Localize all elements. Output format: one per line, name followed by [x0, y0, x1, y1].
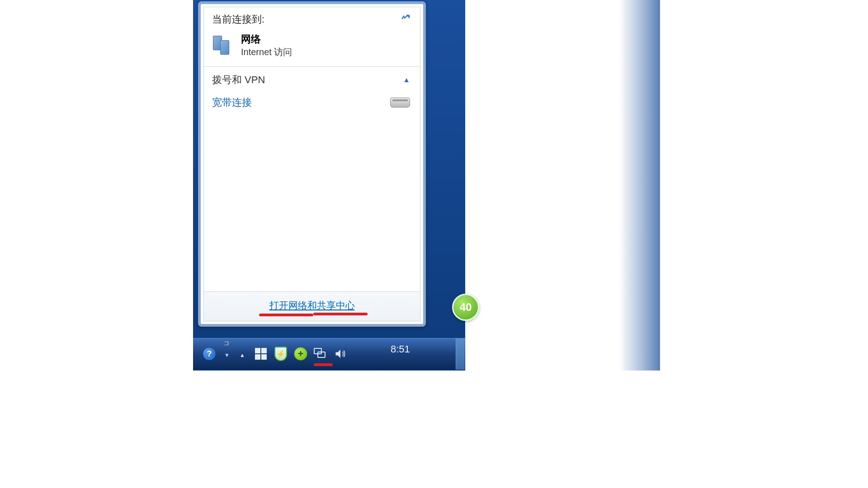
right-gradient [619, 0, 660, 371]
help-icon[interactable]: ? [203, 347, 216, 361]
header-title: 当前连接到: [212, 13, 264, 26]
connection-name: 宽带连接 [212, 96, 252, 109]
popup-footer: 打开网络和共享中心 [204, 291, 420, 321]
tray-dropdown-icon[interactable]: ▼ [223, 352, 231, 359]
windows-logo-icon[interactable] [253, 346, 269, 361]
network-computers-icon [212, 35, 234, 56]
modem-icon [390, 98, 410, 108]
section-title: 拨号和 VPN [212, 73, 265, 87]
network-info: 网络 Internet 访问 [241, 33, 292, 58]
network-flyout: 当前连接到: 网络 Internet 访问 拨号和 VPN ▲ [198, 1, 426, 327]
show-hidden-icons-icon[interactable]: ▲ [239, 352, 246, 359]
show-desktop-button[interactable] [456, 338, 465, 370]
network-status: Internet 访问 [241, 46, 292, 58]
badge-value: 40 [460, 301, 472, 314]
network-name: 网络 [241, 33, 292, 46]
volume-icon[interactable] [333, 346, 348, 361]
system-tray: ⚡ + [253, 346, 348, 361]
network-flyout-inner: 当前连接到: 网络 Internet 访问 拨号和 VPN ▲ [203, 7, 420, 321]
floating-badge[interactable]: 40 [452, 294, 479, 321]
open-network-sharing-center-link[interactable]: 打开网络和共享中心 [269, 300, 355, 310]
popup-header: 当前连接到: [204, 7, 420, 30]
current-network-row[interactable]: 网络 Internet 访问 [204, 30, 420, 66]
annotation-underline [313, 313, 368, 315]
refresh-icon[interactable] [399, 13, 412, 25]
dialup-vpn-section-header[interactable]: 拨号和 VPN ▲ [204, 67, 420, 91]
chevron-up-icon: ▲ [403, 76, 410, 84]
security-shield-icon[interactable]: ⚡ [273, 346, 288, 361]
pin-icon[interactable]: ⊐ [222, 340, 231, 346]
add-plus-icon[interactable]: + [293, 346, 308, 361]
annotation-underline [259, 314, 313, 316]
broadband-connection-item[interactable]: 宽带连接 [204, 91, 420, 114]
network-tray-icon[interactable] [313, 346, 328, 361]
annotation-underline-tray [314, 363, 333, 366]
taskbar-clock[interactable]: 8:51 [391, 343, 410, 355]
spacer [204, 114, 420, 291]
